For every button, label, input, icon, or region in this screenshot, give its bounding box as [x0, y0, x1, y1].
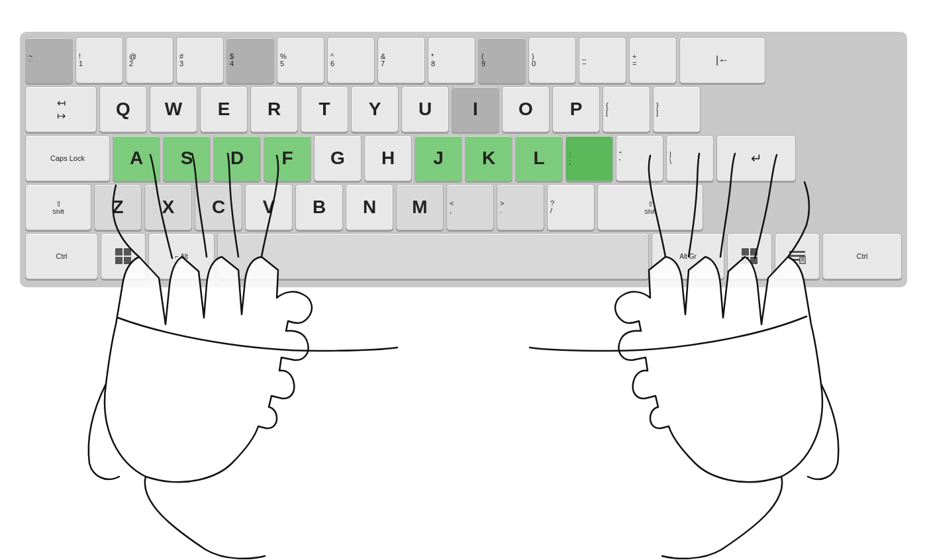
zxcv-row: ⇧Shift Z X C V B N M <, >. ?/ ⇧Shift: [25, 184, 902, 230]
key-1[interactable]: !1: [75, 37, 123, 83]
key-k[interactable]: K: [465, 135, 512, 181]
key-m[interactable]: M: [396, 184, 444, 230]
svg-rect-0: [115, 248, 122, 256]
svg-rect-5: [750, 248, 757, 256]
svg-rect-7: [750, 257, 757, 264]
key-win-right[interactable]: [727, 233, 772, 279]
key-shift-left[interactable]: ⇧Shift: [25, 184, 91, 230]
key-n[interactable]: N: [346, 184, 393, 230]
key-space[interactable]: [217, 233, 649, 279]
key-capslock[interactable]: Caps Lock: [25, 135, 110, 181]
key-r[interactable]: R: [250, 86, 298, 132]
key-tilde[interactable]: ~`: [25, 37, 73, 83]
page-container: ~` !1 @2 #3 $4 %5 ^6 &7 *8 (9 )0 _− += |…: [0, 0, 927, 560]
key-altgr[interactable]: Alt Gr: [652, 233, 724, 279]
key-h[interactable]: H: [364, 135, 412, 181]
key-p[interactable]: P: [552, 86, 600, 132]
key-w[interactable]: W: [150, 86, 197, 132]
key-a[interactable]: A: [113, 135, 160, 181]
key-u[interactable]: U: [401, 86, 449, 132]
key-f[interactable]: F: [264, 135, 311, 181]
key-rbracket[interactable]: }]: [653, 86, 701, 132]
key-menu[interactable]: [775, 233, 820, 279]
key-quote[interactable]: "': [616, 135, 663, 181]
menu-icon: [788, 247, 806, 265]
windows-icon: [114, 247, 132, 265]
key-9[interactable]: (9: [478, 37, 526, 83]
key-comma[interactable]: <,: [446, 184, 494, 230]
key-semicolon[interactable]: :;: [565, 135, 613, 181]
key-q[interactable]: Q: [99, 86, 147, 132]
ctrl-row: Ctrl ⌐ Alt Alt Gr: [25, 233, 902, 279]
key-l[interactable]: L: [515, 135, 563, 181]
number-row: ~` !1 @2 #3 $4 %5 ^6 &7 *8 (9 )0 _− += |…: [25, 37, 902, 83]
key-d[interactable]: D: [213, 135, 261, 181]
key-8[interactable]: *8: [428, 37, 475, 83]
key-e[interactable]: E: [200, 86, 248, 132]
key-t[interactable]: T: [301, 86, 348, 132]
key-alt[interactable]: ⌐ Alt: [148, 233, 215, 279]
key-backslash[interactable]: |\: [666, 135, 714, 181]
key-2[interactable]: @2: [126, 37, 173, 83]
svg-rect-3: [124, 257, 131, 264]
windows-icon-right: [740, 247, 759, 265]
key-ctrl-left[interactable]: Ctrl: [25, 233, 98, 279]
key-c[interactable]: C: [195, 184, 242, 230]
key-z[interactable]: Z: [94, 184, 142, 230]
key-slash[interactable]: ?/: [547, 184, 595, 230]
key-minus[interactable]: _−: [579, 37, 626, 83]
key-o[interactable]: O: [502, 86, 550, 132]
key-win-left[interactable]: [101, 233, 146, 279]
key-3[interactable]: #3: [176, 37, 224, 83]
key-5[interactable]: %5: [277, 37, 324, 83]
key-b[interactable]: B: [295, 184, 343, 230]
key-ctrl-right[interactable]: Ctrl: [822, 233, 902, 279]
key-6[interactable]: ^6: [327, 37, 375, 83]
key-j[interactable]: J: [415, 135, 462, 181]
key-backspace[interactable]: |←: [679, 37, 765, 83]
qwerty-row: ↤↦ Q W E R T Y U I O P {[ }]: [25, 86, 902, 132]
asdf-row: Caps Lock A S D F G H J K L :; "' |\ ↵: [25, 135, 902, 181]
key-lbracket[interactable]: {[: [603, 86, 650, 132]
key-i[interactable]: I: [452, 86, 499, 132]
key-enter[interactable]: ↵: [716, 135, 796, 181]
svg-rect-1: [124, 248, 131, 256]
svg-rect-6: [742, 257, 749, 264]
key-v[interactable]: V: [245, 184, 293, 230]
key-s[interactable]: S: [163, 135, 211, 181]
key-period[interactable]: >.: [497, 184, 544, 230]
key-4[interactable]: $4: [226, 37, 274, 83]
key-tab[interactable]: ↤↦: [25, 86, 97, 132]
keyboard: ~` !1 @2 #3 $4 %5 ^6 &7 *8 (9 )0 _− += |…: [20, 32, 907, 287]
svg-rect-2: [115, 257, 122, 264]
key-x[interactable]: X: [144, 184, 192, 230]
key-0[interactable]: )0: [528, 37, 576, 83]
key-y[interactable]: Y: [351, 86, 399, 132]
key-equal[interactable]: +=: [629, 37, 677, 83]
svg-rect-4: [742, 248, 749, 256]
key-shift-right[interactable]: ⇧Shift: [597, 184, 703, 230]
svg-rect-8: [789, 251, 805, 253]
key-g[interactable]: G: [314, 135, 362, 181]
key-7[interactable]: &7: [377, 37, 425, 83]
